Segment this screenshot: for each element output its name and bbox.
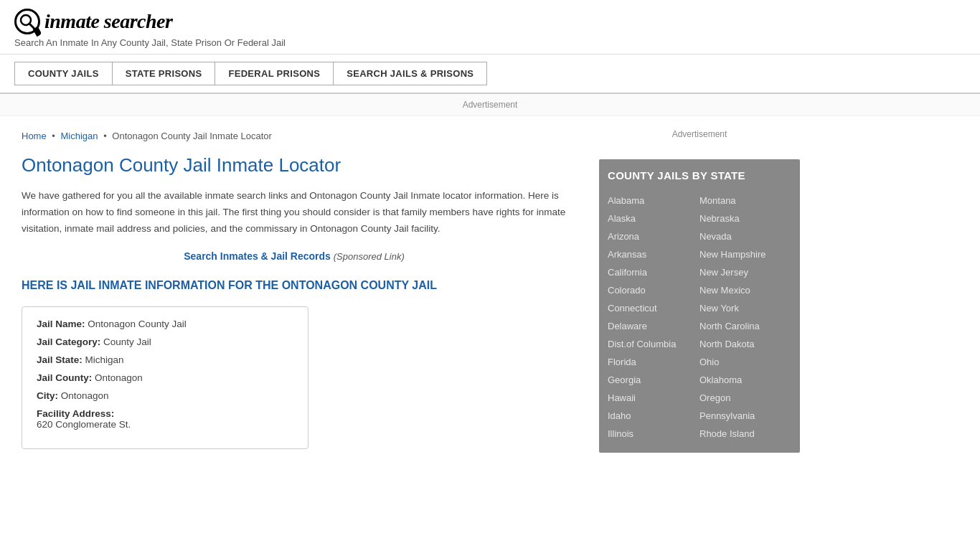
jail-county-row: Jail County: Ontonagon <box>37 372 293 383</box>
jail-info-box: Jail Name: Ontonagon County Jail Jail Ca… <box>22 306 308 449</box>
jail-state-label: Jail State: <box>37 354 83 365</box>
state-new-mexico[interactable]: New Mexico <box>699 281 791 299</box>
state-colorado[interactable]: Colorado <box>608 281 699 299</box>
breadcrumb: Home • Michigan • Ontonagon County Jail … <box>22 131 567 141</box>
county-jails-by-state-box: COUNTY JAILS BY STATE Alabama Alaska Ari… <box>599 159 800 453</box>
state-ohio[interactable]: Ohio <box>699 353 791 371</box>
state-idaho[interactable]: Idaho <box>608 407 699 425</box>
state-oklahoma[interactable]: Oklahoma <box>699 371 791 389</box>
state-nevada[interactable]: Nevada <box>699 227 791 245</box>
state-arizona[interactable]: Arizona <box>608 227 699 245</box>
jail-county-value: Ontonagon <box>95 372 143 383</box>
search-jails-nav-btn[interactable]: SEARCH JAILS & PRISONS <box>334 62 487 85</box>
state-rhode-island[interactable]: Rhode Island <box>699 425 791 443</box>
state-alaska[interactable]: Alaska <box>608 209 699 227</box>
jail-name-label: Jail Name: <box>37 319 85 329</box>
logo-icon <box>14 9 40 34</box>
section-heading: HERE IS JAIL INMATE INFORMATION FOR THE … <box>22 278 567 293</box>
page-title: Ontonagon County Jail Inmate Locator <box>22 154 567 176</box>
jail-name-value: Ontonagon County Jail <box>88 319 186 329</box>
sidebar: Advertisement COUNTY JAILS BY STATE Alab… <box>588 116 811 463</box>
site-logo-text: inmate searcher <box>44 10 172 33</box>
jail-city-row: City: Ontonagon <box>37 390 293 401</box>
state-dist-columbia[interactable]: Dist.of Columbia <box>608 335 699 353</box>
county-jails-nav-btn[interactable]: COUNTY JAILS <box>14 62 113 85</box>
state-oregon[interactable]: Oregon <box>699 389 791 407</box>
jail-address-value: 620 Conglomerate St. <box>37 419 293 430</box>
main-nav: COUNTY JAILS STATE PRISONS FEDERAL PRISO… <box>0 55 980 94</box>
nav-buttons: COUNTY JAILS STATE PRISONS FEDERAL PRISO… <box>14 62 966 85</box>
jail-address-row: Facility Address: 620 Conglomerate St. <box>37 408 293 430</box>
state-arkansas[interactable]: Arkansas <box>608 245 699 263</box>
state-new-york[interactable]: New York <box>699 299 791 317</box>
sponsored-link[interactable]: Search Inmates & Jail Records <box>184 250 331 262</box>
site-header: inmate searcher Search An Inmate In Any … <box>0 0 980 55</box>
breadcrumb-sep1: • <box>52 131 55 141</box>
page-description: We have gathered for you all the availab… <box>22 188 567 237</box>
jail-name-row: Jail Name: Ontonagon County Jail <box>37 319 293 329</box>
content-area: Home • Michigan • Ontonagon County Jail … <box>0 116 588 463</box>
breadcrumb-current: Ontonagon County Jail Inmate Locator <box>112 131 272 141</box>
state-north-carolina[interactable]: North Carolina <box>699 317 791 335</box>
state-florida[interactable]: Florida <box>608 353 699 371</box>
jail-state-row: Jail State: Michigan <box>37 354 293 365</box>
site-tagline: Search An Inmate In Any County Jail, Sta… <box>14 37 966 48</box>
main-layout: Home • Michigan • Ontonagon County Jail … <box>0 116 980 463</box>
state-new-jersey[interactable]: New Jersey <box>699 263 791 281</box>
jail-city-value: Ontonagon <box>61 390 109 401</box>
jail-category-row: Jail Category: County Jail <box>37 336 293 347</box>
state-hawaii[interactable]: Hawaii <box>608 389 699 407</box>
federal-prisons-nav-btn[interactable]: FEDERAL PRISONS <box>215 62 334 85</box>
state-prisons-nav-btn[interactable]: STATE PRISONS <box>113 62 216 85</box>
sponsored-link-area: Search Inmates & Jail Records (Sponsored… <box>22 250 567 262</box>
states-col2: Montana Nebraska Nevada New Hampshire Ne… <box>699 192 791 443</box>
state-georgia[interactable]: Georgia <box>608 371 699 389</box>
svg-line-1 <box>29 24 34 28</box>
top-advertisement: Advertisement <box>0 94 980 116</box>
sponsored-link-label: (Sponsored Link) <box>334 251 405 262</box>
jail-category-value: County Jail <box>103 336 151 347</box>
states-col1: Alabama Alaska Arizona Arkansas Californ… <box>608 192 699 443</box>
state-connecticut[interactable]: Connecticut <box>608 299 699 317</box>
jail-county-label: Jail County: <box>37 372 92 383</box>
jail-address-label: Facility Address: <box>37 408 114 419</box>
state-north-dakota[interactable]: North Dakota <box>699 335 791 353</box>
state-pennsylvania[interactable]: Pennsylvania <box>699 407 791 425</box>
state-california[interactable]: California <box>608 263 699 281</box>
state-nebraska[interactable]: Nebraska <box>699 209 791 227</box>
sidebar-advertisement: Advertisement <box>599 123 800 145</box>
state-illinois[interactable]: Illinois <box>608 425 699 443</box>
breadcrumb-home[interactable]: Home <box>22 131 47 141</box>
county-jails-box-title: COUNTY JAILS BY STATE <box>608 169 791 182</box>
state-alabama[interactable]: Alabama <box>608 192 699 209</box>
logo-area: inmate searcher <box>14 9 966 34</box>
states-grid: Alabama Alaska Arizona Arkansas Californ… <box>608 192 791 443</box>
state-new-hampshire[interactable]: New Hampshire <box>699 245 791 263</box>
state-montana[interactable]: Montana <box>699 192 791 209</box>
state-delaware[interactable]: Delaware <box>608 317 699 335</box>
jail-city-label: City: <box>37 390 58 401</box>
jail-state-value: Michigan <box>85 354 124 365</box>
breadcrumb-state[interactable]: Michigan <box>61 131 98 141</box>
breadcrumb-sep2: • <box>103 131 107 141</box>
jail-category-label: Jail Category: <box>37 336 100 347</box>
